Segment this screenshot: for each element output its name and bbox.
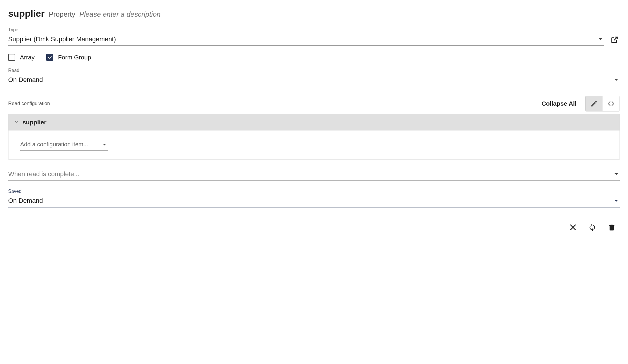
close-button[interactable] [568,222,578,233]
read-config-label: Read configuration [8,101,50,107]
checkbox-checked-icon [46,54,53,61]
description-input[interactable] [79,10,620,18]
footer-actions [8,222,620,233]
read-label: Read [8,68,620,73]
config-panel-body: Add a configuration item... [8,131,620,159]
refresh-icon [588,223,596,231]
property-title: supplier [8,8,44,19]
add-config-item-select[interactable]: Add a configuration item... [20,139,108,151]
open-external-button[interactable] [609,35,620,45]
chevron-down-icon [103,144,106,145]
refresh-button[interactable] [587,222,598,233]
edit-mode-button[interactable] [586,96,603,111]
when-complete-field-group: When read is complete... [8,169,620,181]
saved-value: On Demand [8,197,43,205]
open-external-icon [610,36,619,44]
array-checkbox[interactable]: Array [8,54,35,61]
array-checkbox-label: Array [20,54,35,61]
checkbox-row: Array Form Group [8,54,620,61]
code-icon [607,100,615,107]
property-subtitle: Property [49,10,75,18]
read-config-header: Read configuration Collapse All [8,96,620,111]
when-complete-placeholder: When read is complete... [8,170,79,178]
read-field-group: Read On Demand [8,68,620,86]
delete-button[interactable] [606,222,617,233]
add-config-placeholder: Add a configuration item... [20,141,88,148]
saved-select[interactable]: On Demand [8,195,620,207]
read-select[interactable]: On Demand [8,74,620,86]
type-select[interactable]: Supplier (Dmk Supplier Management) [8,34,604,46]
read-value: On Demand [8,76,43,84]
chevron-down-icon [615,200,618,202]
config-panel-header[interactable]: supplier [8,114,620,131]
view-mode-toggle [585,96,620,111]
code-mode-button[interactable] [603,96,620,111]
config-panel-title: supplier [23,119,47,126]
pencil-icon [590,100,598,107]
when-complete-select[interactable]: When read is complete... [8,169,620,181]
type-field-group: Type Supplier (Dmk Supplier Management) [8,27,620,46]
type-value: Supplier (Dmk Supplier Management) [8,35,116,43]
close-icon [569,223,577,231]
collapse-all-button[interactable]: Collapse All [542,100,576,107]
saved-label: Saved [8,189,620,194]
chevron-down-icon [599,38,602,40]
config-panel: supplier Add a configuration item... [8,114,620,160]
chevron-down-icon [14,119,19,126]
trash-icon [608,223,616,231]
checkbox-unchecked-icon [8,54,15,61]
chevron-down-icon [615,79,618,81]
form-group-checkbox-label: Form Group [58,54,91,61]
saved-field-group: Saved On Demand [8,189,620,207]
property-header: supplier Property [8,8,620,19]
form-group-checkbox[interactable]: Form Group [46,54,91,61]
type-label: Type [8,27,620,32]
chevron-down-icon [615,173,618,175]
